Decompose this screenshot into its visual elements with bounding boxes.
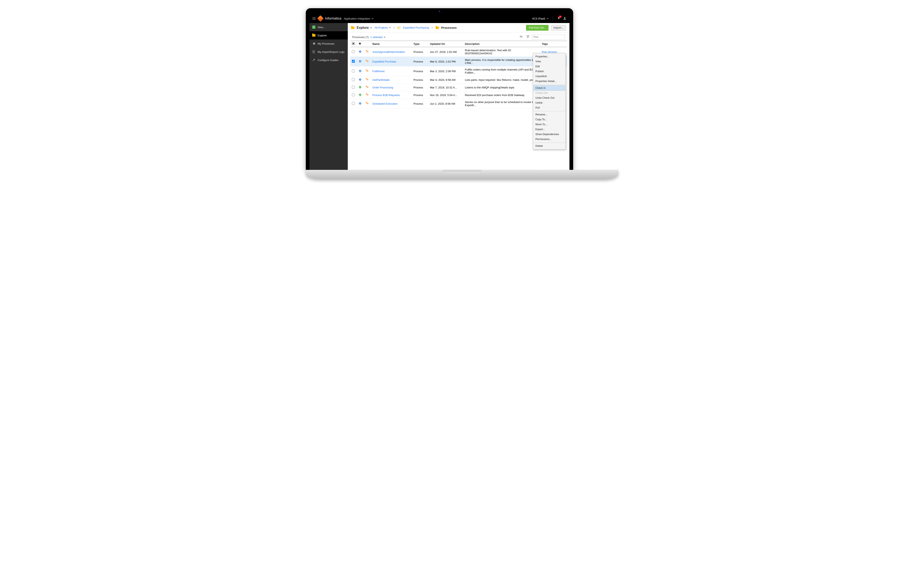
row-name-link[interactable]: Order Processing: [372, 86, 393, 89]
pull-from-git-button[interactable]: Pull from Git...: [526, 25, 548, 31]
col-status[interactable]: [357, 41, 363, 47]
context-menu-item[interactable]: Unpublish: [533, 74, 566, 79]
breadcrumb-all-projects[interactable]: All Projects: [375, 26, 391, 29]
context-menu-item[interactable]: Copy To...: [533, 117, 566, 122]
status-icon: [358, 70, 362, 73]
plus-icon: +: [312, 26, 315, 29]
row-name-link[interactable]: Scheduled Execution: [372, 102, 398, 105]
row-description: Fulfills orders coming from multiple cha…: [464, 66, 540, 76]
row-checkbox[interactable]: [352, 69, 355, 72]
informatica-logo-icon: [317, 15, 324, 22]
log-icon: [312, 50, 316, 54]
row-checkbox[interactable]: [352, 86, 355, 88]
svg-point-13: [367, 61, 368, 62]
sidebar-item-label: New...: [318, 26, 325, 29]
col-checkbox[interactable]: [350, 41, 357, 47]
product-switcher[interactable]: Application Integration: [344, 17, 374, 20]
col-updated[interactable]: Updated On: [428, 41, 464, 47]
context-menu-item[interactable]: Show Dependencies: [533, 132, 566, 137]
context-menu-item[interactable]: Properties...: [533, 54, 566, 59]
sidebar-item-import-export-logs[interactable]: My Import/Export Logs: [309, 48, 348, 56]
row-description: Lists parts. Input required: Sku Returns…: [464, 76, 540, 84]
row-updated: Mar 7, 2019, 10:32 A...: [428, 84, 464, 91]
row-name-link[interactable]: Fulfillment: [372, 70, 385, 73]
import-button[interactable]: Import...: [551, 25, 566, 31]
breadcrumb-separator: >: [432, 26, 433, 29]
context-menu-item[interactable]: Undo Check Out: [533, 95, 566, 100]
row-updated: Mar 3, 2020, 2:06 PM: [428, 66, 464, 76]
context-menu-item[interactable]: Check In: [534, 86, 565, 90]
status-icon: [358, 51, 362, 54]
context-menu-item[interactable]: View: [533, 59, 566, 64]
row-description: Main process. It is responsible for crea…: [464, 57, 540, 66]
context-menu-item[interactable]: Export...: [533, 127, 566, 132]
sidebar-item-my-processes[interactable]: My Processes: [309, 39, 348, 48]
status-icon: [358, 86, 362, 90]
filter-button[interactable]: [526, 35, 530, 39]
notifications-bell[interactable]: 9: [557, 16, 560, 21]
sidebar: + New... Explore My Processes: [309, 23, 348, 170]
product-label: Application Integration: [344, 17, 370, 20]
context-menu-item: Check Out: [533, 90, 566, 95]
svg-point-38: [367, 103, 368, 104]
process-icon: [365, 69, 369, 72]
svg-rect-2: [353, 43, 354, 44]
breadcrumb-bar: Explore All Projects > Expedited Purchas…: [348, 23, 570, 33]
col-type[interactable]: Type: [412, 41, 428, 47]
row-checkbox[interactable]: [352, 60, 355, 63]
org-switcher[interactable]: IICS iPaaS: [532, 17, 549, 20]
row-name-link[interactable]: AutoApprovalDetermination: [372, 50, 405, 54]
row-name-link[interactable]: Expedited Purchase: [372, 60, 396, 63]
explore-dropdown[interactable]: Explore: [357, 26, 372, 30]
sidebar-item-explore[interactable]: Explore: [309, 31, 348, 39]
hamburger-icon[interactable]: [312, 17, 316, 20]
row-checkbox[interactable]: [352, 78, 355, 81]
row-checkbox[interactable]: [352, 102, 355, 105]
context-menu-item[interactable]: Edit: [533, 64, 566, 69]
gear-icon: [312, 42, 316, 45]
context-menu-item[interactable]: Delete: [533, 144, 566, 148]
row-updated: Jun 27, 2019, 1:02 AM: [428, 47, 464, 57]
svg-marker-3: [358, 42, 361, 45]
context-menu-item[interactable]: Unlink: [533, 100, 566, 105]
user-icon: [563, 16, 567, 20]
status-icon: [358, 60, 362, 63]
context-menu-item[interactable]: Permissions...: [533, 137, 566, 142]
row-checkbox[interactable]: [352, 93, 355, 96]
sidebar-item-configure-guides[interactable]: Configure Guides: [309, 56, 348, 64]
list-header: Processes (7) 1 selected: [348, 33, 570, 41]
row-type: Process: [412, 84, 428, 91]
selected-count[interactable]: 1 selected: [370, 36, 386, 39]
col-description[interactable]: Description: [464, 41, 540, 47]
col-name[interactable]: Name: [371, 41, 412, 47]
row-updated: Mar 6, 2020, 1:02 PM: [428, 57, 464, 66]
camera-dot: [438, 10, 441, 12]
list-count: Processes (7): [352, 36, 369, 39]
context-menu-item[interactable]: Publish: [533, 69, 566, 74]
process-icon: [365, 86, 369, 88]
sidebar-item-new[interactable]: + New...: [309, 23, 348, 31]
sort-button[interactable]: [519, 35, 523, 39]
row-description: Received EDI purchase orders from B2B Ga…: [464, 91, 540, 99]
context-menu: Properties...ViewEditPublishUnpublishPro…: [533, 53, 566, 150]
breadcrumb-project[interactable]: Expedited Purchasing: [403, 26, 429, 29]
process-icon: [365, 93, 369, 96]
svg-point-22: [366, 78, 366, 79]
process-icon: [365, 59, 369, 63]
row-name-link[interactable]: Process B2B Requests: [372, 93, 400, 97]
row-name-link[interactable]: GetPartDetails: [372, 78, 390, 81]
divider: [553, 16, 553, 21]
row-type: Process: [412, 91, 428, 99]
svg-point-37: [366, 102, 366, 103]
sidebar-item-label: Explore: [318, 34, 327, 37]
context-menu-item[interactable]: Properties Detail...: [533, 79, 566, 84]
context-menu-item[interactable]: Move To...: [533, 122, 566, 127]
user-menu[interactable]: [563, 16, 567, 21]
find-input[interactable]: [532, 34, 565, 39]
app-screen: Informatica Application Integration IICS…: [309, 14, 570, 170]
context-menu-item[interactable]: Pull: [533, 105, 566, 110]
row-checkbox[interactable]: [352, 50, 355, 53]
chevron-down-icon: [547, 18, 549, 20]
context-menu-item[interactable]: Rename...: [533, 112, 566, 117]
col-tags[interactable]: Tags: [540, 41, 567, 47]
